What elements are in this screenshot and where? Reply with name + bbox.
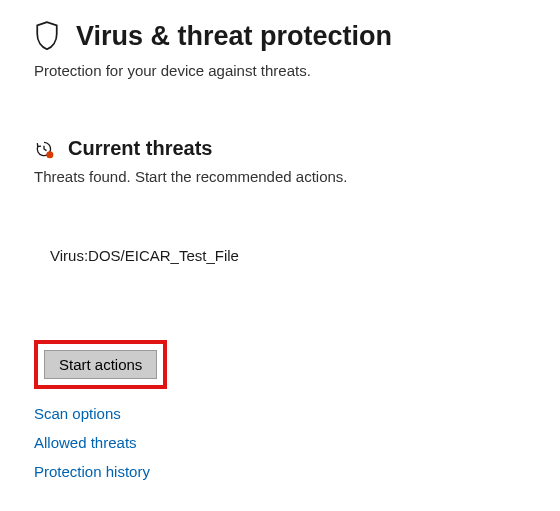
shield-icon bbox=[34, 20, 60, 52]
start-actions-button[interactable]: Start actions bbox=[44, 350, 157, 379]
current-threats-header: Current threats bbox=[34, 137, 526, 160]
page-header: Virus & threat protection bbox=[34, 20, 526, 52]
page-title: Virus & threat protection bbox=[76, 21, 392, 52]
svg-point-0 bbox=[46, 151, 53, 158]
page-subtitle: Protection for your device against threa… bbox=[34, 62, 526, 79]
threat-item: Virus:DOS/EICAR_Test_File bbox=[50, 247, 526, 264]
protection-history-link[interactable]: Protection history bbox=[34, 463, 150, 480]
current-threats-subtitle: Threats found. Start the recommended act… bbox=[34, 168, 526, 185]
scan-options-link[interactable]: Scan options bbox=[34, 405, 121, 422]
start-actions-highlight: Start actions bbox=[34, 340, 167, 389]
current-threats-heading: Current threats bbox=[68, 137, 212, 160]
allowed-threats-link[interactable]: Allowed threats bbox=[34, 434, 137, 451]
links-list: Scan options Allowed threats Protection … bbox=[34, 405, 526, 480]
history-alert-icon bbox=[34, 139, 54, 159]
